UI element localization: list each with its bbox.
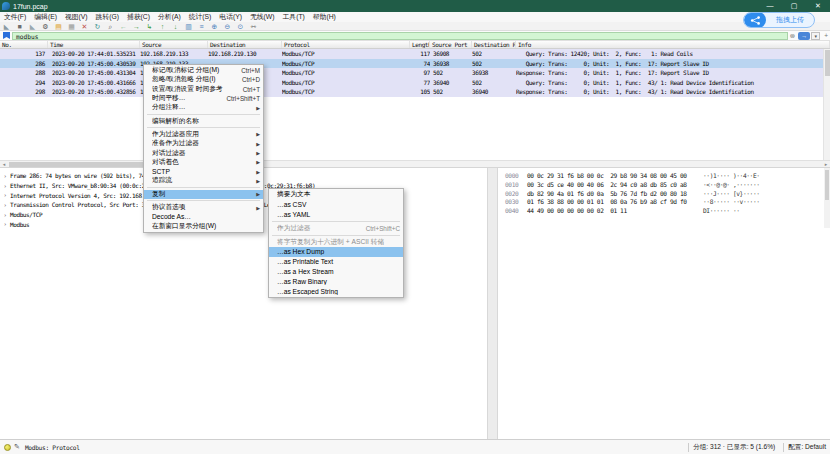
column-header-destination-port[interactable]: Destination Port — [472, 41, 516, 48]
submenu-item[interactable]: …as Printable Text ▶ — [269, 257, 403, 267]
column-header-source-port[interactable]: Source Port — [430, 41, 472, 48]
filter-dropdown-icon[interactable]: ▾ — [811, 32, 820, 40]
menu-bar-item[interactable]: 无线(W) — [246, 12, 279, 22]
submenu-item[interactable]: …as a Hex Stream ▶ — [269, 267, 403, 277]
hex-dump-row[interactable]: 0010 00 3c d5 ce 40 00 40 06 2c 94 c0 a8… — [505, 181, 830, 190]
scroll-right-arrow-icon[interactable]: ▸ — [822, 161, 830, 168]
save-file-icon[interactable]: ▦ — [65, 22, 78, 31]
column-header-protocol[interactable]: Protocol — [282, 41, 410, 48]
zoom-reset-icon[interactable]: ⊙ — [234, 22, 247, 31]
menu-bar-item[interactable]: 跳转(G) — [92, 12, 123, 22]
expert-info-icon[interactable] — [4, 444, 11, 451]
context-menu-item[interactable]: Decode As… ▶ — [144, 212, 263, 221]
context-menu-item[interactable]: 准备作为过滤器 ▶ — [144, 139, 263, 148]
column-header-no[interactable]: No. — [0, 41, 48, 48]
packet-row[interactable]: 137 2023-09-20 17:44:01.535231 192.168.2… — [0, 49, 830, 59]
context-menu-item[interactable]: 在新窗口显示分组(W) ▶ — [144, 221, 263, 230]
menu-bar-item[interactable]: 分析(A) — [154, 12, 185, 22]
menu-bar-item[interactable]: 视图(V) — [61, 12, 92, 22]
context-menu-item[interactable]: 标记/取消标记 分组(M) Ctrl+M ▶ — [144, 66, 263, 75]
open-file-icon[interactable]: ▤ — [52, 22, 65, 31]
context-menu-item[interactable]: 分组注释… ▶ — [144, 103, 263, 112]
scroll-left-arrow-icon[interactable]: ◂ — [0, 161, 8, 168]
context-menu-item[interactable]: 时间平移… Ctrl+Shift+T ▶ — [144, 94, 263, 103]
hex-dump-row[interactable]: 0000 00 0c 29 31 f6 b8 00 0c 29 b8 90 34… — [505, 172, 830, 181]
hex-pane-scrollbar[interactable] — [824, 168, 830, 228]
packet-list-horizontal-scrollbar[interactable]: ◂ ▸ — [0, 160, 830, 168]
context-menu-item[interactable]: 编辑解析的名称 ▶ — [144, 116, 263, 125]
reload-icon[interactable]: ↻ — [91, 22, 104, 31]
packet-row[interactable]: 298 2023-09-20 17:45:00.432856 192.168.2… — [0, 87, 830, 97]
submenu-item[interactable]: …as Escaped String ▶ — [269, 286, 403, 296]
menu-bar-item[interactable]: 帮助(H) — [309, 12, 340, 22]
restart-capture-icon[interactable]: ◣ — [26, 22, 39, 31]
filter-clear-icon[interactable]: ⊗ — [788, 31, 797, 41]
go-top-icon[interactable]: ↑ — [156, 22, 169, 31]
context-menu-item[interactable]: 复制 ▶ — [144, 190, 263, 199]
expand-chevron-icon[interactable]: › — [0, 192, 10, 198]
scrollbar-thumb[interactable] — [825, 50, 830, 76]
context-menu-item[interactable]: 作为过滤器应用 ▶ — [144, 130, 263, 139]
expand-chevron-icon[interactable]: › — [0, 183, 10, 189]
menu-bar-item[interactable]: 工具(T) — [279, 12, 309, 22]
hex-dump-row[interactable]: 0030 01 f6 38 88 00 00 01 01 08 0a 76 b9… — [505, 198, 830, 207]
back-icon[interactable]: ← — [117, 22, 130, 31]
find-packet-icon[interactable]: ⌕ — [104, 22, 117, 31]
auto-scroll-icon[interactable]: ≡ — [195, 22, 208, 31]
context-menu-item[interactable]: 对话过滤器 ▶ — [144, 148, 263, 157]
capture-options-icon[interactable]: ⚙ — [39, 22, 52, 31]
go-bottom-icon[interactable]: ↓ — [169, 22, 182, 31]
menu-bar-item[interactable]: 电话(Y) — [215, 12, 246, 22]
submenu-item[interactable]: …as Raw Binary ▶ — [269, 276, 403, 286]
filter-add-button[interactable]: + — [822, 31, 830, 41]
submenu-item[interactable]: …as Hex Dump ▶ — [269, 247, 403, 257]
context-menu-item[interactable]: 忽略/取消忽略 分组(I) Ctrl+D ▶ — [144, 75, 263, 84]
context-menu-item[interactable]: SCTP ▶ — [144, 167, 263, 176]
stop-capture-icon[interactable]: ■ — [13, 22, 26, 31]
context-menu-item[interactable]: 追踪流 ▶ — [144, 176, 263, 185]
minimize-button[interactable]: — — [758, 0, 782, 12]
column-header-destination[interactable]: Destination — [208, 41, 282, 48]
menu-bar-item[interactable]: 捕获(C) — [123, 12, 154, 22]
column-header-info[interactable]: Info — [516, 41, 830, 48]
context-menu-item[interactable]: 设置/取消设置 时间参考 Ctrl+T ▶ — [144, 85, 263, 94]
filter-apply-icon[interactable]: → — [798, 32, 810, 40]
hex-dump-row[interactable]: 0040 44 49 00 00 00 00 00 02 01 11 DI···… — [505, 207, 830, 216]
menu-bar-item[interactable]: 编辑(E) — [30, 12, 61, 22]
menu-bar-item[interactable]: 统计(S) — [185, 12, 216, 22]
column-header-time[interactable]: Time — [48, 41, 140, 48]
column-header-source[interactable]: Source — [140, 41, 208, 48]
goto-packet-icon[interactable]: ↳ — [143, 22, 156, 31]
forward-icon[interactable]: → — [130, 22, 143, 31]
packet-list-vertical-scrollbar[interactable] — [823, 49, 830, 160]
menu-bar-item[interactable]: 文件(F) — [0, 12, 30, 22]
submenu-item[interactable]: …as CSV ▶ — [269, 200, 403, 210]
resize-columns-icon[interactable]: ⇿ — [247, 22, 260, 31]
expand-chevron-icon[interactable]: › — [0, 202, 10, 208]
colorize-icon[interactable]: ▥ — [182, 22, 195, 31]
start-capture-icon[interactable]: ◣ — [0, 22, 13, 31]
capture-comment-icon[interactable]: ✎ — [14, 443, 20, 451]
close-button[interactable]: ✕ — [806, 0, 830, 12]
submenu-item[interactable]: 作为过滤器 Ctrl+Shift+C ▶ — [269, 223, 403, 233]
submenu-item[interactable]: …as YAML ▶ — [269, 210, 403, 220]
zoom-in-icon[interactable]: ⊕ — [208, 22, 221, 31]
context-menu-item[interactable]: 协议首选项 ▶ — [144, 203, 263, 212]
column-header-length[interactable]: Length — [410, 41, 430, 48]
packet-row[interactable]: 294 2023-09-20 17:45:00.431666 192.168.2… — [0, 78, 830, 88]
display-filter-input[interactable]: modbus — [12, 32, 788, 40]
submenu-item[interactable]: 将字节复制为十六进制 + ASCII 转储 ▶ — [269, 237, 403, 247]
scrollbar-thumb[interactable] — [825, 170, 829, 200]
upload-overlay-button[interactable]: 拖拽上传 — [743, 12, 815, 28]
submenu-item[interactable]: 摘要为文本 ▶ — [269, 190, 403, 200]
maximize-button[interactable]: ▢ — [782, 0, 806, 12]
expand-chevron-icon[interactable]: › — [0, 221, 10, 227]
packet-row[interactable]: 288 2023-09-20 17:45:00.431304 192.168.2… — [0, 68, 830, 78]
pane-splitter[interactable] — [487, 168, 498, 439]
hex-dump-row[interactable]: 0020 db 82 90 4a 01 f6 d0 0a 5b 76 7d fb… — [505, 190, 830, 199]
expand-chevron-icon[interactable]: › — [0, 173, 10, 179]
context-menu-item[interactable]: 对话着色 ▶ — [144, 158, 263, 167]
expand-chevron-icon[interactable]: › — [0, 212, 10, 218]
zoom-out-icon[interactable]: ⊖ — [221, 22, 234, 31]
packet-row[interactable]: 286 2023-09-20 17:45:00.430539 192.168.2… — [0, 59, 830, 69]
